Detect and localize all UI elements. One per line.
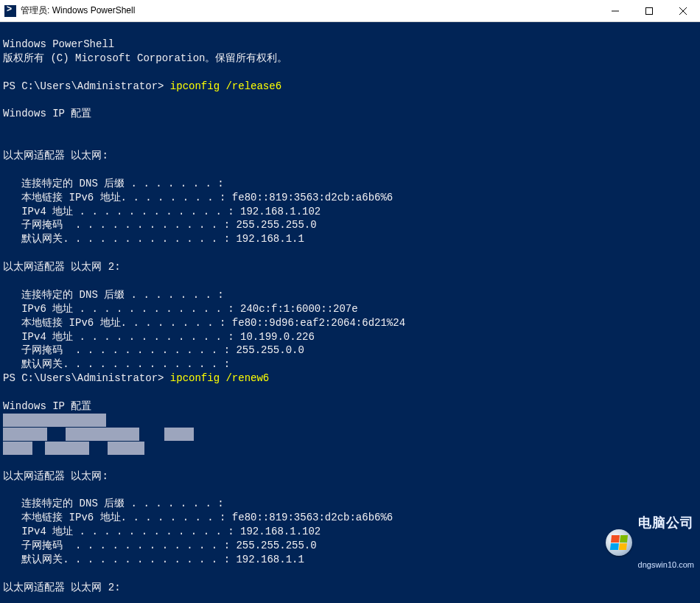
command-text: ipconfig /renew6	[170, 372, 269, 384]
powershell-icon	[4, 5, 16, 17]
terminal-line: 子网掩码 . . . . . . . . . . . . : 255.255.0…	[3, 344, 304, 356]
redacted-line	[3, 414, 106, 426]
window-controls	[598, 0, 700, 21]
terminal-line: 连接特定的 DNS 后缀 . . . . . . . :	[3, 289, 224, 301]
terminal-line: IPv4 地址 . . . . . . . . . . . . : 192.16…	[3, 206, 321, 217]
watermark-url: dngswin10.com	[638, 560, 694, 571]
terminal-line: 默认网关. . . . . . . . . . . . . : 192.168.…	[3, 233, 304, 245]
close-button[interactable]	[666, 0, 700, 21]
terminal-line: 本地链接 IPv6 地址. . . . . . . . : fe80::819:…	[3, 512, 393, 523]
terminal-line: 连接特定的 DNS 后缀 . . . . . . . :	[3, 498, 224, 509]
watermark-title: 电脑公司	[638, 514, 694, 531]
watermark: 电脑公司 dngswin10.com	[606, 487, 694, 599]
terminal-line: 子网掩码 . . . . . . . . . . . . : 255.255.2…	[3, 540, 317, 551]
adapter-header: 以太网适配器 以太网 2:	[3, 261, 121, 273]
adapter-header: 以太网适配器 以太网:	[3, 150, 108, 161]
terminal-line: 子网掩码 . . . . . . . . . . . . : 255.255.2…	[3, 219, 317, 231]
terminal-line: Windows PowerShell	[3, 38, 114, 50]
adapter-header: 以太网适配器 以太网 2:	[3, 582, 121, 593]
redacted-line	[3, 442, 144, 454]
terminal-line: 版权所有 (C) Microsoft Corporation。保留所有权利。	[3, 52, 287, 64]
prompt: PS C:\Users\Administrator>	[3, 372, 170, 384]
terminal-line: 本地链接 IPv6 地址. . . . . . . . : fe80::9d96…	[3, 317, 405, 329]
terminal-area[interactable]: Windows PowerShell 版权所有 (C) Microsoft Co…	[0, 22, 700, 603]
prompt: PS C:\Users\Administrator>	[3, 80, 170, 92]
terminal-line: 默认网关. . . . . . . . . . . . . :	[3, 358, 230, 370]
terminal-line: IPv6 地址 . . . . . . . . . . . . : 240c:f…	[3, 303, 358, 315]
terminal-line: 连接特定的 DNS 后缀 . . . . . . . :	[3, 178, 224, 189]
windows-logo-icon	[606, 529, 632, 556]
terminal-line: 默认网关. . . . . . . . . . . . . : 192.168.…	[3, 554, 304, 565]
adapter-header: 以太网适配器 以太网:	[3, 470, 108, 482]
redacted-line	[3, 428, 194, 440]
window-title: 管理员: Windows PowerShell	[21, 4, 598, 17]
terminal-line: IPv4 地址 . . . . . . . . . . . . : 192.16…	[3, 526, 321, 537]
svg-rect-1	[646, 7, 653, 14]
titlebar: 管理员: Windows PowerShell	[0, 0, 700, 22]
command-text: ipconfig /release6	[170, 80, 281, 92]
terminal-line: IPv4 地址 . . . . . . . . . . . . : 10.199…	[3, 331, 315, 343]
terminal-line: 本地链接 IPv6 地址. . . . . . . . : fe80::819:…	[3, 192, 393, 203]
minimize-button[interactable]	[598, 0, 632, 21]
terminal-line: Windows IP 配置	[3, 400, 91, 412]
terminal-line: Windows IP 配置	[3, 108, 91, 119]
maximize-button[interactable]	[632, 0, 666, 21]
